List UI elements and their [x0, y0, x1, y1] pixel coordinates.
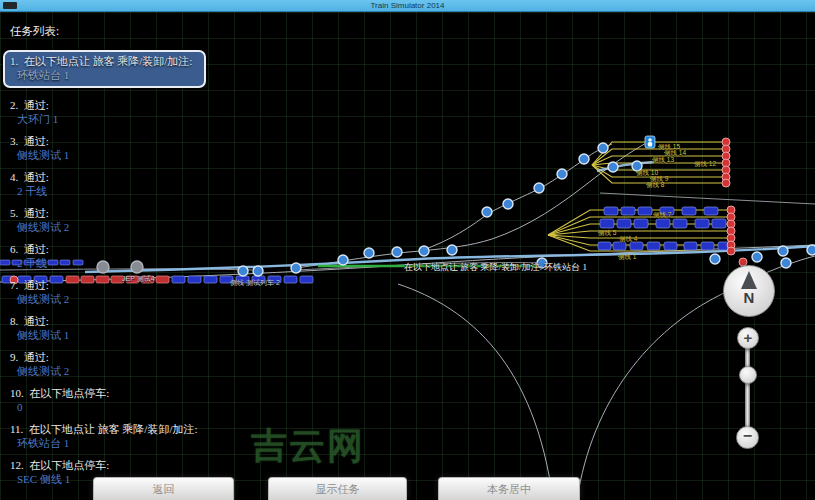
station-icon: [645, 136, 655, 148]
task-item-text: 2. 通过:: [10, 98, 206, 112]
task-item-3[interactable]: 3. 通过:侧线测试 1: [10, 134, 206, 162]
task-item-4[interactable]: 4. 通过:2 干线: [10, 170, 206, 198]
zoom-slider-handle[interactable]: [739, 366, 757, 384]
task-item-text: 1. 在以下地点让 旅客 乘降/装卸/加注:: [10, 54, 199, 68]
siding-track-lines: [548, 142, 731, 251]
task-item-6[interactable]: 6. 通过:2 干线: [10, 242, 206, 270]
back-button[interactable]: 返回: [93, 477, 234, 500]
task-item-10[interactable]: 10. 在以下地点停车:0: [10, 386, 206, 414]
task-item-value: 侧线测试 2: [10, 364, 206, 378]
task-item-value: 侧线测试 1: [10, 148, 206, 162]
task-list-heading: 任务列表:: [10, 24, 206, 39]
task-item-value: 环铁站台 1: [10, 436, 206, 450]
task-item-text: 7. 通过:: [10, 278, 206, 292]
task-item-text: 10. 在以下地点停车:: [10, 386, 206, 400]
task-item-text: 9. 通过:: [10, 350, 206, 364]
task-item-7[interactable]: 7. 通过:侧线测试 2: [10, 278, 206, 306]
task-item-text: 5. 通过:: [10, 206, 206, 220]
task-item-value: 侧线测试 2: [10, 292, 206, 306]
task-list: 1. 在以下地点让 旅客 乘降/装卸/加注:环铁站台 12. 通过:大环门 13…: [10, 50, 206, 486]
center-on-train-button[interactable]: 本务居中: [438, 477, 580, 500]
zoom-out-button[interactable]: −: [736, 426, 759, 449]
task-item-1[interactable]: 1. 在以下地点让 旅客 乘降/装卸/加注:环铁站台 1: [3, 50, 206, 88]
zoom-slider-track[interactable]: [745, 337, 750, 437]
task-item-text: 12. 在以下地点停车:: [10, 458, 206, 472]
window-titlebar[interactable]: Train Simulator 2014: [0, 0, 815, 12]
titlebar-badge: [3, 2, 17, 9]
compass-needle-icon: [741, 271, 757, 289]
task-item-value: 侧线测试 1: [10, 328, 206, 342]
task-item-text: 6. 通过:: [10, 242, 206, 256]
compass-north-label: N: [724, 289, 774, 306]
task-panel: 任务列表: 1. 在以下地点让 旅客 乘降/装卸/加注:环铁站台 12. 通过:…: [10, 24, 206, 494]
show-task-button[interactable]: 显示任务: [268, 477, 407, 500]
task-item-9[interactable]: 9. 通过:侧线测试 2: [10, 350, 206, 378]
task-item-value: 侧线测试 2: [10, 220, 206, 234]
task-item-11[interactable]: 11. 在以下地点让 旅客 乘降/装卸/加注:环铁站台 1: [10, 422, 206, 450]
task-item-8[interactable]: 8. 通过:侧线测试 1: [10, 314, 206, 342]
task-item-text: 4. 通过:: [10, 170, 206, 184]
task-item-2[interactable]: 2. 通过:大环门 1: [10, 98, 206, 126]
task-item-5[interactable]: 5. 通过:侧线测试 2: [10, 206, 206, 234]
task-item-value: 环铁站台 1: [10, 68, 199, 82]
task-item-value: 2 干线: [10, 256, 206, 270]
window-title: Train Simulator 2014: [0, 0, 815, 11]
task-item-value: 大环门 1: [10, 112, 206, 126]
watermark: 吉云网: [251, 422, 365, 471]
zoom-in-button[interactable]: +: [737, 327, 759, 349]
task-item-text: 8. 通过:: [10, 314, 206, 328]
stored-consists: [598, 207, 731, 250]
task-item-value: 2 干线: [10, 184, 206, 198]
task-item-text: 11. 在以下地点让 旅客 乘降/装卸/加注:: [10, 422, 206, 436]
compass[interactable]: N: [723, 265, 775, 317]
task-item-text: 3. 通过:: [10, 134, 206, 148]
task-item-value: 0: [10, 400, 206, 414]
